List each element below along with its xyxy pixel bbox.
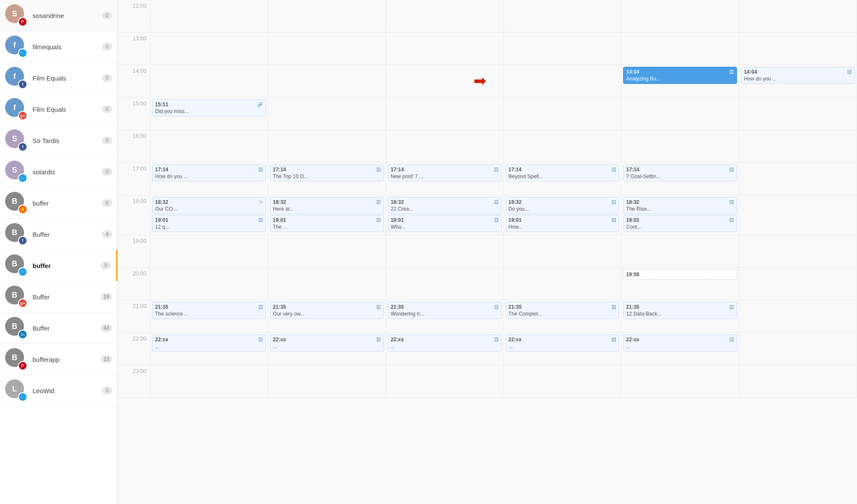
event-card[interactable]: 19:01 🖼 The ...: [270, 215, 384, 232]
event-card[interactable]: 18:32 🖼 Here ar...: [270, 197, 384, 214]
event-card[interactable]: 21:35 🖼 The science ...: [152, 302, 266, 319]
cell-r7-c5[interactable]: [621, 235, 739, 267]
event-card[interactable]: 17:14 🖼 Beyond Spell...: [506, 164, 620, 182]
event-card[interactable]: 17:14 🖼 New post! 7 ...: [388, 164, 502, 182]
event-card[interactable]: 18:32 🖼 The Rise...: [623, 197, 737, 214]
cell-r6-c4[interactable]: 18:32 🖼 Do you... 19:01 🖼 How...: [504, 195, 622, 235]
cell-r5-c5[interactable]: 17:14 🖼 7 Goal-Settin...: [621, 163, 739, 195]
event-card[interactable]: 17:14 🖼 How do you ...: [152, 164, 266, 182]
cell-r4-c2[interactable]: [268, 130, 386, 162]
event-card[interactable]: 22:xx 🖼 ...: [388, 334, 502, 352]
cell-r11-c5[interactable]: [621, 365, 739, 397]
cell-r10-c4[interactable]: 22:xx 🖼 ...: [504, 333, 622, 365]
cell-r2-c4[interactable]: [504, 65, 622, 97]
cell-r5-c2[interactable]: 17:14 🖼 The Top 10 O...: [268, 163, 386, 195]
cell-r1-c6[interactable]: [739, 33, 857, 65]
cell-r4-c4[interactable]: [504, 130, 622, 162]
sidebar-item-buffer-alpha[interactable]: B ⚡ buffer 0: [0, 188, 117, 219]
event-card[interactable]: 19:01 🖼 How...: [506, 215, 620, 232]
event-card[interactable]: 17:14 🖼 7 Goal-Settin...: [623, 164, 737, 182]
cell-r6-c1[interactable]: 18:32 ↻ Our CO... 19:01 🖼 12 q...: [150, 195, 268, 235]
event-card[interactable]: 14:04 🖼 How do you ...: [741, 67, 855, 84]
sidebar-item-bufferapp-pi[interactable]: B P bufferapp 13: [0, 344, 117, 375]
event-card[interactable]: 19:01 🖼 12 q...: [152, 215, 266, 232]
cell-r5-c4[interactable]: 17:14 🖼 Beyond Spell...: [504, 163, 622, 195]
cell-r6-c3[interactable]: 18:32 🖼 22 Crea... 19:01 🖼 Wha...: [386, 195, 504, 235]
cell-r2-c2[interactable]: [268, 65, 386, 97]
cell-r11-c4[interactable]: [504, 365, 622, 397]
sidebar-item-filmequals-fb[interactable]: f f Film Equals 0: [0, 63, 117, 94]
cell-r9-c6[interactable]: [739, 300, 857, 332]
event-card[interactable]: 14:04 🖼 Analyzing Bu...: [623, 67, 737, 84]
cell-r8-c2[interactable]: [268, 268, 386, 300]
sidebar-item-sotardis-tw[interactable]: S 🐦 sotardis 0: [0, 156, 117, 188]
cell-r7-c1[interactable]: [150, 235, 268, 267]
cell-r1-c1[interactable]: [150, 33, 268, 65]
sidebar-item-buffer-fb[interactable]: B f Buffer 4: [0, 219, 117, 250]
sidebar-item-sosandrine[interactable]: S P sosandrine 0: [0, 0, 117, 31]
cell-r4-c5[interactable]: [621, 130, 739, 162]
cell-r10-c5[interactable]: 22:xx 🖼 ...: [621, 333, 739, 365]
cell-r1-c4[interactable]: [504, 33, 622, 65]
cell-r3-c3[interactable]: [386, 98, 504, 130]
cell-r5-c6[interactable]: [739, 163, 857, 195]
cell-r11-c3[interactable]: [386, 365, 504, 397]
sidebar-item-leowid-tw[interactable]: L 🐦 LeoWid 0: [0, 375, 117, 406]
cell-r7-c3[interactable]: [386, 235, 504, 267]
sidebar-item-sotardis-fb[interactable]: S f So Tardis 0: [0, 125, 117, 156]
cell-r0-c1[interactable]: [150, 0, 268, 32]
cell-r10-c6[interactable]: [739, 333, 857, 365]
cell-r0-c4[interactable]: [504, 0, 622, 32]
event-card[interactable]: 21:35 🖼 Wondering h...: [388, 302, 502, 319]
event-card[interactable]: 17:14 🖼 The Top 10 O...: [270, 164, 384, 182]
event-card[interactable]: 22:xx 🖼 ...: [623, 334, 737, 352]
cell-r5-c3[interactable]: 17:14 🖼 New post! 7 ...: [386, 163, 504, 195]
cell-r2-c6[interactable]: 14:04 🖼 How do you ...: [739, 65, 857, 97]
cell-r8-c1[interactable]: [150, 268, 268, 300]
cell-r9-c2[interactable]: 21:35 🖼 Our very ow...: [268, 300, 386, 332]
event-card[interactable]: 15:11 🔗 Did you miss...: [152, 99, 266, 116]
cell-r0-c5[interactable]: [621, 0, 739, 32]
cell-r11-c2[interactable]: [268, 365, 386, 397]
cell-r4-c3[interactable]: [386, 130, 504, 162]
cell-r9-c1[interactable]: 21:35 🖼 The science ...: [150, 300, 268, 332]
event-card[interactable]: 19:58: [623, 269, 737, 280]
event-card[interactable]: 19:01 🖼 Cont...: [623, 215, 737, 232]
cell-r10-c1[interactable]: 22:xx 🖼 ...: [150, 333, 268, 365]
event-card[interactable]: 22:xx 🖼 ...: [152, 334, 266, 352]
cell-r0-c3[interactable]: [386, 0, 504, 32]
sidebar-item-buffer-gp[interactable]: B g+ Buffer 19: [0, 281, 117, 313]
cell-r4-c6[interactable]: [739, 130, 857, 162]
cell-r10-c2[interactable]: 22:xx 🖼 ...: [268, 333, 386, 365]
cell-r10-c3[interactable]: 22:xx 🖼 ...: [386, 333, 504, 365]
cell-r3-c5[interactable]: [621, 98, 739, 130]
event-card[interactable]: 21:35 🖼 12 Data-Back...: [623, 302, 737, 319]
cell-r1-c3[interactable]: [386, 33, 504, 65]
event-card[interactable]: 19:01 🖼 Wha...: [388, 215, 502, 232]
cell-r8-c3[interactable]: [386, 268, 504, 300]
cell-r7-c6[interactable]: [739, 235, 857, 267]
cell-r9-c4[interactable]: 21:35 🖼 The Complet...: [504, 300, 622, 332]
event-card[interactable]: 18:32 🖼 Do you...: [506, 197, 620, 214]
cell-r1-c2[interactable]: [268, 33, 386, 65]
event-card[interactable]: 18:32 🖼 22 Crea...: [388, 197, 502, 214]
sidebar-item-buffer-tw[interactable]: B 🐦 buffer 0: [0, 250, 117, 281]
event-card[interactable]: 22:xx 🖼 ...: [506, 334, 620, 352]
cell-r1-c5[interactable]: [621, 33, 739, 65]
sidebar-item-filmequals-tw[interactable]: f 🐦 filmequals 0: [0, 31, 117, 63]
cell-r8-c4[interactable]: [504, 268, 622, 300]
cell-r9-c3[interactable]: 21:35 🖼 Wondering h...: [386, 300, 504, 332]
sidebar-item-buffer-li[interactable]: B in Buffer 43: [0, 313, 117, 344]
cell-r4-c1[interactable]: [150, 130, 268, 162]
event-card[interactable]: 22:xx 🖼 ...: [270, 334, 384, 352]
cell-r9-c5[interactable]: 21:35 🖼 12 Data-Back...: [621, 300, 739, 332]
cell-r2-c5[interactable]: 14:04 🖼 Analyzing Bu...: [621, 65, 739, 97]
cell-r6-c6[interactable]: [739, 195, 857, 235]
cell-r2-c1[interactable]: [150, 65, 268, 97]
cell-r6-c5[interactable]: 18:32 🖼 The Rise... 19:01 🖼 Cont...: [621, 195, 739, 235]
cell-r3-c4[interactable]: [504, 98, 622, 130]
event-card[interactable]: 21:35 🖼 The Complet...: [506, 302, 620, 319]
cell-r11-c1[interactable]: [150, 365, 268, 397]
cell-r8-c5[interactable]: 19:58: [621, 268, 739, 300]
cell-r11-c6[interactable]: [739, 365, 857, 397]
